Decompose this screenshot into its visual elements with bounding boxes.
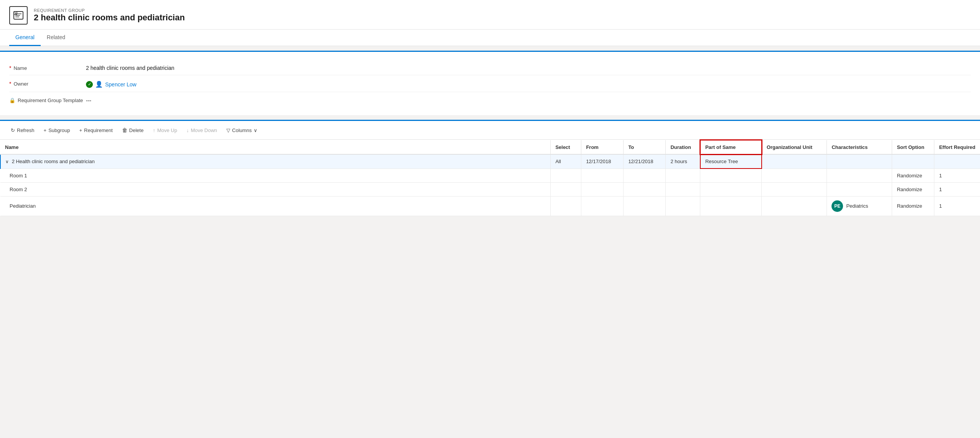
form-row-owner: * Owner ✓ 👤 Spencer Low — [9, 75, 971, 92]
expand-icon[interactable]: ∨ — [5, 159, 9, 164]
tabs-bar: General Related — [0, 30, 980, 46]
refresh-icon: ↻ — [11, 127, 15, 133]
name-value[interactable]: 2 health clinic rooms and pediatrician — [86, 63, 971, 71]
moveup-button[interactable]: ↑ Move Up — [148, 125, 182, 136]
movedown-label: Move Down — [191, 127, 217, 133]
delete-icon: 🗑 — [122, 127, 127, 133]
movedown-button[interactable]: ↓ Move Down — [182, 125, 222, 136]
grid-toolbar: ↻ Refresh + Subgroup + Requirement 🗑 Del… — [0, 121, 980, 140]
template-label: 🔒 Requirement Group Template — [9, 96, 86, 103]
cell-duration-row1: 2 hours — [666, 154, 700, 169]
refresh-label: Refresh — [17, 127, 35, 133]
columns-button[interactable]: ▽ Columns ∨ — [222, 125, 262, 136]
cell-characteristics-row4: PE Pediatrics — [827, 196, 892, 216]
cell-sortoption-row2: Randomize — [892, 169, 934, 182]
page-header: REQUIREMENT GROUP 2 health clinic rooms … — [0, 0, 980, 30]
lock-icon: 🔒 — [9, 98, 15, 103]
form-row-template: 🔒 Requirement Group Template --- — [9, 92, 971, 107]
cell-characteristics-row2 — [827, 169, 892, 182]
col-header-partofsame: Part of Same — [700, 140, 762, 154]
table-row[interactable]: ∨ 2 Health clinic rooms and pediatrician… — [0, 154, 980, 169]
cell-select-row3 — [551, 182, 581, 196]
owner-label: * Owner — [9, 79, 86, 87]
subgroup-button[interactable]: + Subgroup — [39, 125, 75, 136]
requirement-label: Requirement — [84, 127, 112, 133]
cell-duration-row2 — [666, 169, 700, 182]
cell-to-row1: 12/21/2018 — [624, 154, 666, 169]
col-header-sortoption: Sort Option — [892, 140, 934, 154]
cell-name-row1: ∨ 2 Health clinic rooms and pediatrician — [0, 154, 551, 169]
cell-from-row2 — [581, 169, 624, 182]
columns-chevron-icon: ∨ — [254, 127, 257, 133]
cell-partofsame-row2 — [700, 169, 762, 182]
cell-orgunit-row2 — [762, 169, 827, 182]
page-title: 2 health clinic rooms and pediatrician — [34, 13, 185, 23]
owner-value: ✓ 👤 Spencer Low — [86, 79, 971, 88]
owner-name[interactable]: Spencer Low — [105, 81, 137, 88]
cell-sortoption-row4: Randomize — [892, 196, 934, 216]
name-required-indicator: * — [9, 65, 11, 71]
cell-select-row4 — [551, 196, 581, 216]
cell-name-row3: Room 2 — [0, 182, 551, 196]
refresh-button[interactable]: ↻ Refresh — [6, 125, 39, 136]
cell-partofsame-row4 — [700, 196, 762, 216]
col-header-to: To — [624, 140, 666, 154]
cell-effort-row2: 1 — [934, 169, 980, 182]
entity-type-label: REQUIREMENT GROUP — [34, 8, 185, 13]
cell-effort-row4: 1 — [934, 196, 980, 216]
cell-name-row4: Pediatrician — [0, 196, 551, 216]
cell-name-row2: Room 1 — [0, 169, 551, 182]
avatar: PE — [832, 200, 843, 212]
cell-duration-row3 — [666, 182, 700, 196]
table-row[interactable]: Room 2 Randomize 1 — [0, 182, 980, 196]
cell-characteristics-row3 — [827, 182, 892, 196]
form-row-name: * Name 2 health clinic rooms and pediatr… — [9, 60, 971, 75]
cell-duration-row4 — [666, 196, 700, 216]
cell-from-row1: 12/17/2018 — [581, 154, 624, 169]
table-row[interactable]: Room 1 Randomize 1 — [0, 169, 980, 182]
requirement-button[interactable]: + Requirement — [75, 125, 117, 136]
col-header-select: Select — [551, 140, 581, 154]
cell-partofsame-row3 — [700, 182, 762, 196]
col-header-effort: Effort Required — [934, 140, 980, 154]
cell-orgunit-row3 — [762, 182, 827, 196]
cell-to-row2 — [624, 169, 666, 182]
cell-from-row3 — [581, 182, 624, 196]
cell-orgunit-row1 — [762, 154, 827, 169]
col-header-from: From — [581, 140, 624, 154]
cell-sortoption-row1 — [892, 154, 934, 169]
col-header-orgunit: Organizational Unit — [762, 140, 827, 154]
moveup-label: Move Up — [157, 127, 177, 133]
delete-label: Delete — [129, 127, 144, 133]
columns-filter-icon: ▽ — [226, 127, 230, 133]
subgroup-icon: + — [44, 127, 47, 133]
col-header-name: Name — [0, 140, 551, 154]
cell-effort-row1 — [934, 154, 980, 169]
entity-icon — [9, 6, 28, 25]
grid-section: ↻ Refresh + Subgroup + Requirement 🗑 Del… — [0, 120, 980, 216]
subgroup-label: Subgroup — [48, 127, 70, 133]
cell-sortoption-row3: Randomize — [892, 182, 934, 196]
template-value[interactable]: --- — [86, 96, 971, 104]
cell-select-row1: All — [551, 154, 581, 169]
grid-table: Name Select From To Duration Part of Sam… — [0, 140, 980, 216]
characteristics-value: Pediatrics — [846, 203, 868, 209]
header-text-group: REQUIREMENT GROUP 2 health clinic rooms … — [34, 8, 185, 23]
cell-select-row2 — [551, 169, 581, 182]
cell-effort-row3: 1 — [934, 182, 980, 196]
delete-button[interactable]: 🗑 Delete — [117, 125, 148, 136]
cell-to-row3 — [624, 182, 666, 196]
cell-characteristics-row1 — [827, 154, 892, 169]
tab-related[interactable]: Related — [41, 30, 71, 46]
cell-orgunit-row4 — [762, 196, 827, 216]
movedown-icon: ↓ — [186, 127, 189, 133]
name-label: * Name — [9, 63, 86, 71]
tab-general[interactable]: General — [9, 30, 41, 46]
cell-to-row4 — [624, 196, 666, 216]
table-row[interactable]: Pediatrician PE Pediatrics Randomize 1 — [0, 196, 980, 216]
person-icon: 👤 — [95, 81, 103, 88]
owner-required-indicator: * — [9, 81, 11, 87]
table-header-row: Name Select From To Duration Part of Sam… — [0, 140, 980, 154]
columns-label: Columns — [232, 127, 252, 133]
moveup-icon: ↑ — [153, 127, 155, 133]
